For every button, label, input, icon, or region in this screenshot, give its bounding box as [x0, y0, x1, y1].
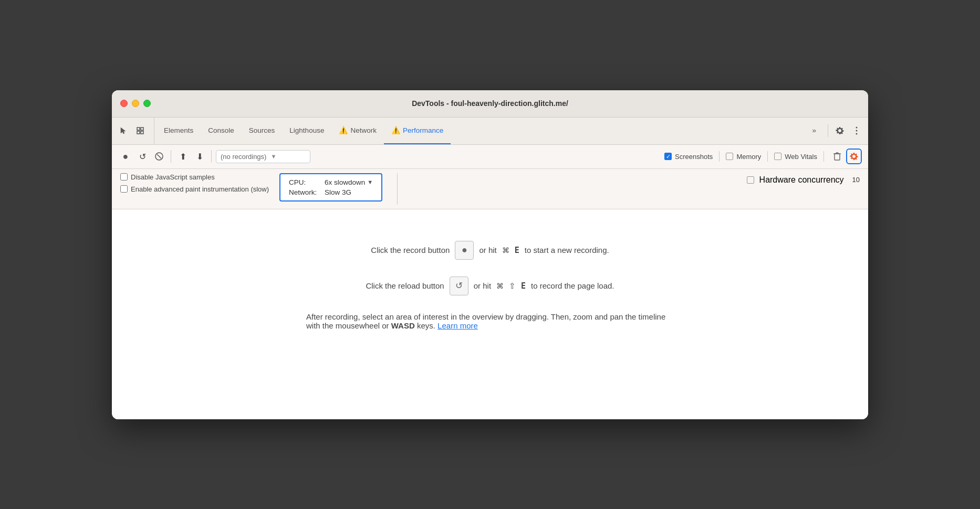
memory-checkbox-group[interactable]: Memory: [726, 153, 761, 161]
tab-bar: Elements Console Sources Lighthouse ⚠️ N…: [112, 118, 868, 145]
upload-button[interactable]: ⬆: [175, 149, 190, 164]
hint2-suffix: to record the page load.: [531, 281, 614, 290]
toolbar-divider-2: [211, 150, 212, 163]
reload-hint-button[interactable]: ↺: [450, 277, 468, 295]
hint1-cmd: ⌘: [502, 246, 509, 254]
screenshots-checkbox[interactable]: ✓: [664, 153, 672, 160]
cpu-row: CPU: 6x slowdown ▼: [289, 178, 373, 186]
screenshots-label: Screenshots: [675, 153, 713, 161]
delete-recordings-button[interactable]: [830, 150, 844, 163]
advanced-paint-checkbox[interactable]: [120, 185, 128, 193]
record-hint-button[interactable]: ●: [455, 241, 474, 260]
minimize-button[interactable]: [132, 100, 139, 107]
advanced-paint-label[interactable]: Enable advanced paint instrumentation (s…: [120, 185, 269, 193]
network-warn-icon: ⚠️: [339, 126, 348, 134]
hint3-after: keys.: [415, 321, 437, 330]
tab-console-label: Console: [208, 126, 234, 134]
tab-performance[interactable]: ⚠️ Performance: [384, 118, 451, 144]
main-content: Click the record button ● or hit ⌘ E to …: [112, 209, 868, 419]
hint3-main: After recording, select an area of inter…: [306, 312, 665, 330]
settings-gear-icon[interactable]: [832, 123, 847, 138]
capture-settings-button[interactable]: [846, 149, 862, 164]
performance-toolbar: ● ↺ ⬆ ⬇ (no recordings) ▼ ✓ Screenshots …: [112, 145, 868, 169]
svg-line-8: [157, 154, 161, 158]
disable-js-text: Disable JavaScript samples: [131, 173, 215, 181]
tab-sources[interactable]: Sources: [242, 118, 283, 144]
tab-network-label: Network: [350, 126, 377, 134]
memory-label: Memory: [736, 153, 761, 161]
tab-elements-label: Elements: [164, 126, 193, 134]
hint1-prefix: Click the record button: [371, 246, 450, 254]
reload-record-button[interactable]: ↺: [135, 149, 150, 164]
svg-point-6: [856, 133, 858, 135]
traffic-lights: [120, 100, 151, 107]
svg-rect-3: [141, 131, 143, 134]
separator: [828, 124, 828, 137]
network-label: Network:: [289, 188, 320, 196]
select-arrow-icon: ▼: [270, 153, 276, 160]
hint-reload-row: Click the reload button ↺ or hit ⌘ ⇧ E t…: [366, 277, 614, 295]
hint2-middle: or hit: [474, 281, 491, 290]
hint1-middle: or hit: [479, 246, 496, 254]
tab-lighthouse[interactable]: Lighthouse: [282, 118, 331, 144]
more-options-icon[interactable]: [849, 123, 864, 138]
recording-select[interactable]: (no recordings) ▼: [216, 150, 310, 163]
web-vitals-checkbox[interactable]: [774, 153, 781, 160]
toolbar-divider-4: [767, 151, 768, 162]
hardware-concurrency-label: Hardware concurrency: [759, 175, 844, 185]
tab-overflow[interactable]: »: [805, 126, 823, 135]
network-row: Network: Slow 3G: [289, 188, 373, 196]
hint2-prefix: Click the reload button: [366, 281, 444, 290]
cpu-network-settings-box: CPU: 6x slowdown ▼ Network: Slow 3G: [279, 173, 382, 202]
hardware-concurrency-checkbox[interactable]: [747, 176, 754, 184]
toolbar-divider-5: [823, 151, 824, 162]
tab-network[interactable]: ⚠️ Network: [331, 118, 384, 144]
svg-point-4: [856, 127, 858, 129]
toolbar-divider-3: [719, 151, 720, 162]
hint1-key: E: [515, 246, 519, 255]
learn-more-link[interactable]: Learn more: [437, 321, 478, 330]
recording-placeholder: (no recordings): [221, 153, 266, 161]
hint1-suffix: to start a new recording.: [525, 246, 609, 254]
hint-record-row: Click the record button ● or hit ⌘ E to …: [371, 241, 609, 260]
svg-rect-9: [835, 154, 840, 160]
hint3-text: After recording, select an area of inter…: [306, 312, 674, 330]
svg-rect-2: [137, 131, 140, 134]
hint2-cmd: ⌘: [496, 282, 504, 290]
svg-rect-0: [137, 128, 140, 130]
advanced-paint-text: Enable advanced paint instrumentation (s…: [131, 185, 269, 193]
maximize-button[interactable]: [143, 100, 151, 107]
memory-checkbox[interactable]: [726, 153, 733, 160]
screenshots-checkbox-group[interactable]: ✓ Screenshots: [664, 153, 713, 161]
tab-console[interactable]: Console: [201, 118, 242, 144]
title-bar: DevTools - foul-heavenly-direction.glitc…: [112, 90, 868, 118]
tab-elements[interactable]: Elements: [157, 118, 201, 144]
record-button[interactable]: ●: [118, 149, 133, 164]
cpu-dropdown-arrow: ▼: [367, 179, 373, 185]
disable-js-label[interactable]: Disable JavaScript samples: [120, 173, 269, 181]
settings-row: Disable JavaScript samples Enable advanc…: [112, 169, 868, 209]
tab-bar-icons: [116, 118, 154, 144]
web-vitals-label: Web Vitals: [785, 153, 817, 161]
network-value-text: Slow 3G: [325, 188, 351, 196]
close-button[interactable]: [120, 100, 128, 107]
svg-point-5: [856, 130, 858, 132]
cursor-icon[interactable]: [116, 123, 131, 138]
window-title: DevTools - foul-heavenly-direction.glitc…: [412, 99, 568, 108]
hint2-key: E: [521, 281, 526, 291]
svg-rect-1: [141, 128, 143, 130]
settings-divider: [397, 173, 398, 205]
performance-warn-icon: ⚠️: [391, 126, 400, 134]
hint2-shift: ⇧: [509, 281, 516, 291]
cpu-dropdown[interactable]: 6x slowdown ▼: [325, 178, 373, 186]
tab-performance-label: Performance: [403, 126, 443, 134]
hardware-concurrency-group: Hardware concurrency 10: [747, 173, 860, 185]
clear-button[interactable]: [152, 149, 166, 164]
settings-checkboxes: Disable JavaScript samples Enable advanc…: [120, 173, 269, 193]
web-vitals-checkbox-group[interactable]: Web Vitals: [774, 153, 817, 161]
inspect-icon[interactable]: [133, 123, 148, 138]
disable-js-checkbox[interactable]: [120, 173, 128, 181]
tab-sources-label: Sources: [249, 126, 275, 134]
download-button[interactable]: ⬇: [192, 149, 207, 164]
hardware-concurrency-value: 10: [852, 176, 860, 184]
